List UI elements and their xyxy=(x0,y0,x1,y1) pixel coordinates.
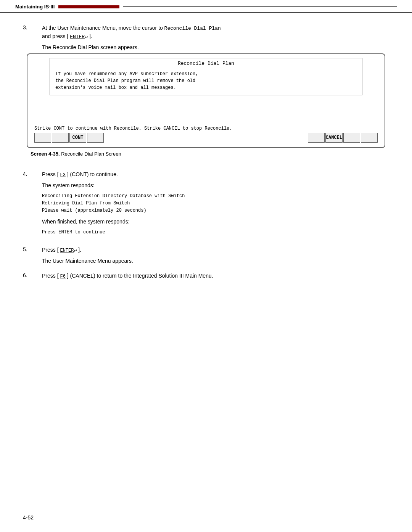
screen-spacer xyxy=(31,95,381,126)
fkey-f1[interactable] xyxy=(34,133,51,143)
step-3-subtext: The Reconcile Dial Plan screen appears. xyxy=(42,43,389,47)
screen-35-title: Reconcile Dial Plan xyxy=(55,61,357,68)
step-4-system-responds-label: The system responds: xyxy=(42,182,389,190)
page-footer: 4-52 xyxy=(23,514,34,521)
step-3-text-part3: ]. xyxy=(88,33,92,39)
fkey-group-right: CANCEL xyxy=(308,133,378,143)
screen-status-line: Strike CONT to continue with Reconcile. … xyxy=(34,126,378,131)
step-5-text: Press [ ENTER↵ ]. The User Maintenance M… xyxy=(42,246,389,265)
step-4-key: F3 xyxy=(60,172,65,178)
step-3-return-symbol: ↵ xyxy=(85,34,88,40)
screen-35-wrapper: Reconcile Dial Plan If you have renumber… xyxy=(27,53,385,148)
page-header: Maintaining IS-III xyxy=(0,0,412,13)
fkey-cancel[interactable]: CANCEL xyxy=(325,133,343,143)
step-3-code: Reconcile Dial Plan xyxy=(164,26,221,31)
step-4-text-part1: Press [ xyxy=(42,171,60,177)
step-4-number: 4. xyxy=(23,170,42,177)
step-5: 5. Press [ ENTER↵ ]. The User Maintenanc… xyxy=(23,246,389,265)
fkey-f8[interactable] xyxy=(361,133,378,143)
screen-35-inner: Reconcile Dial Plan If you have renumber… xyxy=(50,58,362,95)
step-3-enter-key: ENTER xyxy=(70,34,85,40)
step-4-code-block2: Press ENTER to continue xyxy=(42,229,389,236)
fkey-cont[interactable]: CONT xyxy=(69,133,86,143)
step-5-number: 5. xyxy=(23,246,42,252)
step-6: 6. Press [ F6 ] (CANCEL) to return to th… xyxy=(23,272,389,280)
step-4-when-finished-label: When finished, the system responds: xyxy=(42,218,389,226)
step-6-text-part1: Press [ xyxy=(42,273,60,279)
fkey-f5[interactable] xyxy=(308,133,325,143)
screen-35-body: If you have renumbered any AVP subscribe… xyxy=(55,71,357,91)
step-4-text-part2: ] (CONT) to continue. xyxy=(66,171,118,177)
step-4: 4. Press [ F3 ] (CONT) to continue. The … xyxy=(23,170,389,239)
header-accent-bar xyxy=(58,5,119,8)
step-6-text: Press [ F6 ] (CANCEL) to return to the I… xyxy=(42,272,389,280)
step-6-text-part2: ] (CANCEL) to return to the Integrated S… xyxy=(66,273,213,279)
step-4-code-block: Reconciling Extension Directory Database… xyxy=(42,193,389,215)
header-title: Maintaining IS-III xyxy=(15,4,55,10)
screen-fkeys-row: CONT CANCEL xyxy=(34,133,378,143)
step-4-text: Press [ F3 ] (CONT) to continue. The sys… xyxy=(42,170,389,239)
step-6-number: 6. xyxy=(23,272,42,278)
fkey-f4[interactable] xyxy=(87,133,104,143)
fkey-f2[interactable] xyxy=(52,133,69,143)
step-6-key: F6 xyxy=(60,274,65,279)
step-3: 3. At the User Maintenance Menu, move th… xyxy=(23,24,389,47)
step-3-number: 3. xyxy=(23,24,42,31)
caption-text: Reconcile Dial Plan Screen xyxy=(60,151,121,157)
fkey-group-left: CONT xyxy=(34,133,104,143)
step-5-text-part1: Press [ xyxy=(42,247,60,253)
fkey-f7[interactable] xyxy=(343,133,360,143)
step-5-subtext: The User Maintenance Menu appears. xyxy=(42,257,389,265)
caption-bold: Screen 4-35. xyxy=(31,151,60,157)
step-3-text: At the User Maintenance Menu, move the c… xyxy=(42,24,389,47)
step-3-text-part1: At the User Maintenance Menu, move the c… xyxy=(42,25,164,31)
screen-35-caption: Screen 4-35. Reconcile Dial Plan Screen xyxy=(31,151,381,157)
header-line xyxy=(123,6,397,7)
step-5-key: ENTER xyxy=(60,248,74,253)
step-3-text-part2: and press [ xyxy=(42,33,70,39)
main-content: 3. At the User Maintenance Menu, move th… xyxy=(0,13,412,302)
step-5-text-part2: ]. xyxy=(77,247,81,253)
